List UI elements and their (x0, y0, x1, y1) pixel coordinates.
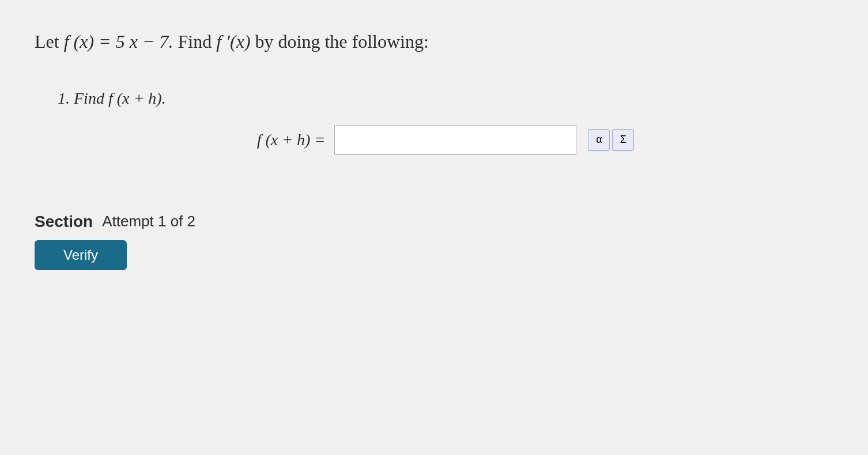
verify-button[interactable]: Verify (35, 240, 127, 270)
statement-prefix: Let (35, 31, 64, 52)
sub-question-number: 1. (58, 89, 70, 107)
equation-lhs: f (x + h) = (257, 131, 326, 149)
statement-suffix: by doing the following: (251, 31, 429, 52)
equation-row: f (x + h) = α Σ (58, 125, 833, 155)
sub-question-1: 1. Find f (x + h). f (x + h) = α Σ (58, 89, 833, 189)
answer-input[interactable] (334, 125, 576, 155)
sub-question-expression: f (x + h). (108, 89, 166, 107)
function-def: f (x) = 5 x − 7. (64, 31, 173, 52)
icon-buttons: α Σ (588, 129, 634, 151)
sub-question-label: 1. Find f (x + h). (58, 89, 833, 108)
statement-middle: Find (173, 31, 216, 52)
alpha-icon: α (596, 134, 602, 146)
section-label: Section (35, 213, 93, 231)
attempt-label: Attempt 1 of 2 (102, 213, 195, 230)
section-row: Section Attempt 1 of 2 (35, 213, 833, 231)
alpha-icon-button[interactable]: α (588, 129, 610, 151)
main-container: Let f (x) = 5 x − 7. Find f ′(x) by doin… (0, 0, 868, 455)
sub-question-find: Find (74, 89, 104, 107)
sigma-icon-button[interactable]: Σ (612, 129, 634, 151)
problem-statement: Let f (x) = 5 x − 7. Find f ′(x) by doin… (35, 29, 833, 55)
sigma-icon: Σ (620, 134, 627, 146)
derivative-notation: f ′(x) (216, 31, 250, 52)
